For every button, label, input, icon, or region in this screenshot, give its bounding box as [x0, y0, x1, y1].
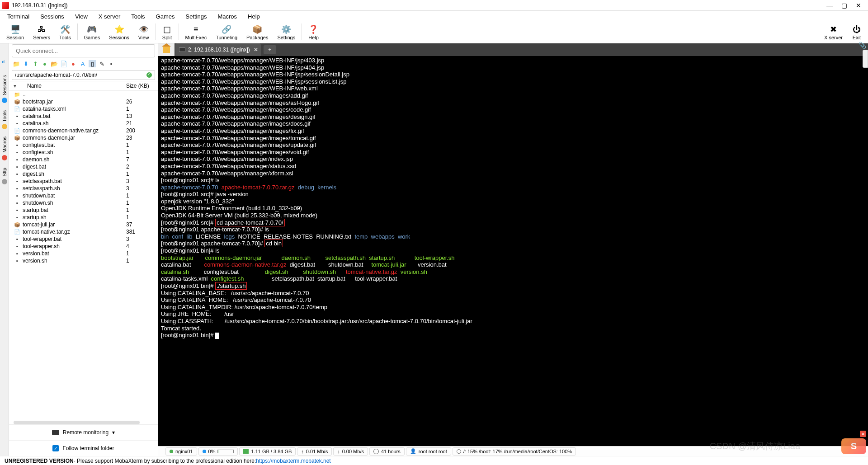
- new-file-icon[interactable]: 📄: [60, 60, 67, 67]
- collapse-icon[interactable]: «: [1, 57, 6, 66]
- side-handle[interactable]: [863, 50, 868, 68]
- tool-exit[interactable]: ⏻Exit: [847, 23, 866, 41]
- status-user[interactable]: 👤root root root: [406, 447, 451, 456]
- status-net-up[interactable]: ↑0.01 Mb/s: [297, 447, 332, 456]
- tool-games[interactable]: 🎮Games: [80, 23, 104, 41]
- file-row[interactable]: 📁..: [9, 91, 158, 98]
- sort-icon[interactable]: ▾: [14, 83, 19, 89]
- terminal-output[interactable]: apache-tomcat-7.0.70/webapps/manager/WEB…: [158, 56, 868, 446]
- menu-tools[interactable]: Tools: [126, 12, 150, 21]
- tool-tools[interactable]: 🛠️Tools: [55, 23, 75, 41]
- tools-icon: 🛠️: [60, 24, 70, 34]
- terminal-mini-icon[interactable]: ▪: [108, 60, 115, 67]
- terminal-tab[interactable]: 2. 192.168.10.31 ([nginx]) ✕: [175, 43, 261, 56]
- menu-games[interactable]: Games: [151, 12, 180, 21]
- menu-settings[interactable]: Settings: [180, 12, 212, 21]
- folder-icon[interactable]: 📁: [13, 60, 20, 67]
- tool-help[interactable]: ❓Help: [304, 23, 323, 41]
- file-row[interactable]: 📄tomcat-native.tar.gz381: [9, 228, 158, 235]
- menu-view[interactable]: View: [70, 12, 93, 21]
- download-icon[interactable]: ⬇: [22, 60, 29, 67]
- text-icon[interactable]: A: [79, 60, 86, 67]
- tab-close-icon[interactable]: ✕: [254, 47, 258, 53]
- close-badge-icon[interactable]: ✕: [860, 431, 866, 437]
- upload-icon[interactable]: ⬆: [32, 60, 39, 67]
- tool-servers[interactable]: 🖧Servers: [28, 23, 55, 41]
- close-button[interactable]: ✕: [855, 2, 862, 9]
- leftbar-sftp[interactable]: Sftp: [1, 167, 8, 178]
- file-row[interactable]: ▪configtest.bat1: [9, 141, 158, 149]
- status-mem[interactable]: 1.11 GB / 3.84 GB: [239, 447, 296, 456]
- file-row[interactable]: ▪catalina.sh21: [9, 120, 158, 127]
- file-row[interactable]: 📄commons-daemon-native.tar.gz200: [9, 127, 158, 134]
- tool-settings[interactable]: ⚙️Settings: [273, 23, 300, 41]
- tool-sessions[interactable]: ⭐Sessions: [104, 23, 134, 41]
- file-row[interactable]: 📦tomcat-juli.jar37: [9, 221, 158, 228]
- follow-terminal-checkbox[interactable]: ✓ Follow terminal folder: [9, 440, 158, 456]
- file-bat-icon: ▪: [14, 142, 21, 148]
- file-row[interactable]: ▪catalina.bat13: [9, 113, 158, 120]
- file-row[interactable]: ▪setclasspath.bat3: [9, 178, 158, 185]
- tool-multiexec[interactable]: ≡MultiExec: [181, 23, 212, 41]
- menu-help[interactable]: Help: [242, 12, 265, 21]
- status-disks[interactable]: /: 15% /boot: 17% /run/media/root/CentOS…: [453, 447, 576, 456]
- new-folder-icon[interactable]: 📂: [51, 60, 58, 67]
- status-uptime[interactable]: 41 hours: [369, 447, 405, 456]
- leftbar-sessions[interactable]: Sessions: [1, 74, 8, 96]
- leftbar-tools[interactable]: Tools: [1, 109, 8, 123]
- quick-connect-input[interactable]: [12, 44, 155, 57]
- menu-sessions[interactable]: Sessions: [35, 12, 70, 21]
- file-jar-icon: 📦: [14, 135, 21, 141]
- file-row[interactable]: ▪configtest.sh1: [9, 149, 158, 156]
- file-row[interactable]: ▪digest.bat2: [9, 163, 158, 170]
- menu-macros[interactable]: Macros: [212, 12, 242, 21]
- file-row[interactable]: ▪digest.sh1: [9, 170, 158, 178]
- file-row[interactable]: 📦bootstrap.jar26: [9, 98, 158, 105]
- file-row[interactable]: 📦commons-daemon.jar23: [9, 134, 158, 141]
- status-net-down[interactable]: ↓0.00 Mb/s: [333, 447, 368, 456]
- file-bat-icon: ▪: [14, 236, 21, 242]
- minimize-button[interactable]: —: [826, 2, 833, 9]
- file-sh-icon: ▪: [14, 149, 21, 155]
- delete-icon[interactable]: ●: [70, 60, 77, 67]
- file-row[interactable]: ▪tool-wrapper.bat3: [9, 235, 158, 243]
- status-cpu[interactable]: 0%: [198, 447, 238, 456]
- home-tab[interactable]: [158, 43, 175, 56]
- attachment-icon[interactable]: 📎: [859, 42, 866, 49]
- tool-x-server[interactable]: ✖X server: [820, 23, 847, 41]
- file-row[interactable]: 📄catalina-tasks.xml1: [9, 105, 158, 113]
- column-size[interactable]: Size (KB): [126, 83, 153, 89]
- leftbar-macros[interactable]: Macros: [1, 136, 8, 154]
- file-row[interactable]: ▪shutdown.bat1: [9, 192, 158, 199]
- file-row[interactable]: ▪startup.sh1: [9, 214, 158, 221]
- maximize-button[interactable]: ▢: [841, 2, 847, 9]
- highlight-icon[interactable]: ▯: [89, 60, 96, 67]
- edit-icon[interactable]: ✎: [98, 60, 105, 67]
- leftbar-sftp-icon: [2, 179, 7, 184]
- file-row[interactable]: ▪daemon.sh7: [9, 156, 158, 163]
- menu-terminal[interactable]: Terminal: [2, 12, 35, 21]
- file-bat-icon: ▪: [14, 250, 21, 257]
- refresh-icon[interactable]: ●: [41, 60, 48, 67]
- footer-link[interactable]: https://mobaxterm.mobatek.net: [256, 458, 330, 464]
- file-row[interactable]: ▪startup.bat1: [9, 207, 158, 214]
- tool-split[interactable]: ◫Split: [158, 23, 177, 41]
- file-row[interactable]: ▪tool-wrapper.sh4: [9, 243, 158, 250]
- file-gz-icon: 📄: [14, 229, 21, 235]
- status-host[interactable]: nginx01: [165, 447, 197, 456]
- tool-view[interactable]: 👁️View: [134, 23, 154, 41]
- path-input[interactable]: [12, 71, 144, 79]
- file-row[interactable]: ▪setclasspath.sh3: [9, 185, 158, 192]
- file-row[interactable]: ▪version.bat1: [9, 250, 158, 257]
- tool-session[interactable]: 🖥️Session: [2, 23, 28, 41]
- tool-packages[interactable]: 📦Packages: [242, 23, 273, 41]
- new-tab-button[interactable]: +: [264, 45, 276, 54]
- file-row[interactable]: ▪shutdown.sh1: [9, 199, 158, 207]
- remote-monitoring-button[interactable]: Remote monitoring ▾: [9, 424, 158, 440]
- menu-x-server[interactable]: X server: [93, 12, 126, 21]
- file-sh-icon: ▪: [14, 243, 21, 249]
- tool-tunneling[interactable]: 🔗Tunneling: [211, 23, 242, 41]
- column-name[interactable]: Name: [19, 83, 126, 89]
- file-row[interactable]: ▪version.sh1: [9, 257, 158, 264]
- scrollbar[interactable]: [14, 421, 140, 424]
